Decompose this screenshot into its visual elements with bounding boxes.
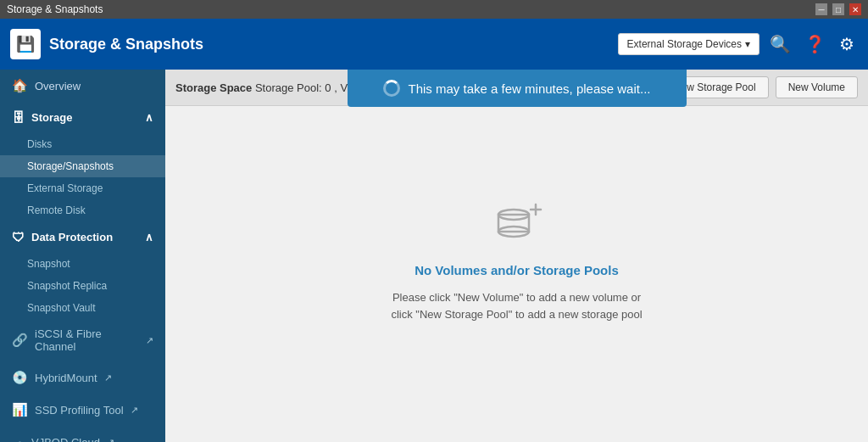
data-protection-icon: 🛡	[12, 230, 25, 244]
app-title: Storage & Snapshots	[49, 36, 203, 53]
sidebar-item-iscsi[interactable]: 🔗 iSCSI & Fibre Channel ↗	[0, 319, 165, 361]
iscsi-label: iSCSI & Fibre Channel	[35, 327, 139, 353]
sidebar-item-overview[interactable]: 🏠 Overview	[0, 70, 165, 102]
storage-icon: 🗄	[12, 110, 25, 125]
sidebar-item-vjbod[interactable]: ☁ VJBOD Cloud ↗	[0, 426, 165, 442]
settings-button[interactable]: ⚙	[836, 31, 858, 58]
remote-disk-label: Remote Disk	[27, 204, 86, 216]
data-protection-collapse-icon: ∧	[145, 231, 153, 243]
empty-state: No Volumes and/or Storage Pools Please c…	[165, 106, 868, 442]
vjbod-icon: ☁	[12, 434, 25, 442]
main-layout: 🏠 Overview 🗄 Storage ∧ Disks Storage/Sna…	[0, 70, 868, 442]
header-left: 💾 Storage & Snapshots	[10, 29, 203, 59]
ssd-profiling-label: SSD Profiling Tool	[35, 404, 124, 417]
empty-state-icon	[487, 192, 547, 251]
sidebar-item-remote-disk[interactable]: Remote Disk	[0, 199, 165, 221]
header-right: External Storage Devices ▾ 🔍 ❓ ⚙	[618, 31, 858, 58]
sidebar-item-storage-snapshots[interactable]: Storage/Snapshots	[0, 155, 165, 177]
ssd-profiling-icon: 📊	[12, 402, 28, 417]
sidebar-item-snapshot[interactable]: Snapshot	[0, 253, 165, 275]
close-button[interactable]: ✕	[849, 3, 861, 15]
sidebar-item-overview-label: Overview	[35, 80, 81, 92]
snapshot-vault-label: Snapshot Vault	[27, 302, 96, 314]
loading-spinner	[383, 80, 400, 97]
loading-notification: This may take a few minutes, please wait…	[348, 70, 687, 107]
sidebar-section-data-protection[interactable]: 🛡 Data Protection ∧	[0, 221, 165, 253]
sidebar-item-disks[interactable]: Disks	[0, 133, 165, 155]
content-area: This may take a few minutes, please wait…	[165, 70, 868, 442]
title-bar-text: Storage & Snapshots	[7, 3, 103, 15]
storage-section-left: 🗄 Storage	[12, 110, 72, 125]
hybridmount-icon: 💿	[12, 370, 28, 385]
sidebar-item-hybridmount[interactable]: 💿 HybridMount ↗	[0, 361, 165, 394]
overview-icon: 🏠	[12, 78, 28, 93]
sidebar-section-storage[interactable]: 🗄 Storage ∧	[0, 102, 165, 133]
loading-message: This may take a few minutes, please wait…	[409, 81, 651, 96]
external-storage-label: External Storage Devices	[627, 38, 742, 50]
title-bar: Storage & Snapshots ─ □ ✕	[0, 0, 868, 19]
storage-pool-icon	[490, 194, 544, 249]
vjbod-label: VJBOD Cloud	[31, 436, 100, 443]
app-logo: 💾	[10, 29, 41, 59]
external-storage-dropdown-button[interactable]: External Storage Devices ▾	[618, 33, 760, 55]
sidebar-item-snapshot-vault[interactable]: Snapshot Vault	[0, 297, 165, 319]
storage-space-heading: Storage Space	[175, 81, 252, 94]
sidebar-item-snapshot-replica[interactable]: Snapshot Replica	[0, 275, 165, 297]
hybridmount-external-link-icon: ↗	[104, 372, 112, 383]
hybridmount-label: HybridMount	[35, 372, 97, 384]
data-protection-label: Data Protection	[31, 231, 113, 243]
external-storage-label: External Storage	[27, 182, 103, 194]
snapshot-label: Snapshot	[27, 258, 70, 270]
vjbod-external-link-icon: ↗	[107, 437, 114, 443]
toolbar-buttons: New Storage Pool New Volume	[661, 76, 858, 98]
help-button[interactable]: ❓	[801, 31, 829, 58]
storage-snapshots-label: Storage/Snapshots	[27, 160, 114, 172]
minimize-button[interactable]: ─	[815, 3, 827, 15]
sidebar: 🏠 Overview 🗄 Storage ∧ Disks Storage/Sna…	[0, 70, 165, 442]
snapshot-replica-label: Snapshot Replica	[27, 280, 107, 292]
new-volume-button[interactable]: New Volume	[776, 76, 858, 98]
iscsi-external-link-icon: ↗	[146, 335, 153, 346]
iscsi-icon: 🔗	[12, 333, 28, 348]
app-container: 💾 Storage & Snapshots External Storage D…	[0, 19, 868, 442]
search-button[interactable]: 🔍	[766, 31, 794, 58]
sidebar-item-external-storage[interactable]: External Storage	[0, 177, 165, 199]
empty-state-description: Please click "New Volume" to add a new v…	[381, 289, 653, 322]
storage-collapse-icon: ∧	[145, 111, 153, 124]
sidebar-item-ssd-profiling[interactable]: 📊 SSD Profiling Tool ↗	[0, 394, 165, 426]
empty-state-title: No Volumes and/or Storage Pools	[415, 263, 619, 277]
storage-label: Storage	[31, 111, 72, 124]
disks-label: Disks	[27, 138, 52, 150]
window-controls: ─ □ ✕	[815, 3, 861, 15]
app-header: 💾 Storage & Snapshots External Storage D…	[0, 19, 868, 70]
storage-pool-count: Storage Pool: 0	[255, 81, 331, 94]
dropdown-chevron-icon: ▾	[745, 38, 750, 50]
data-protection-section-left: 🛡 Data Protection	[12, 230, 113, 244]
maximize-button[interactable]: □	[832, 3, 844, 15]
ssd-external-link-icon: ↗	[131, 405, 138, 416]
